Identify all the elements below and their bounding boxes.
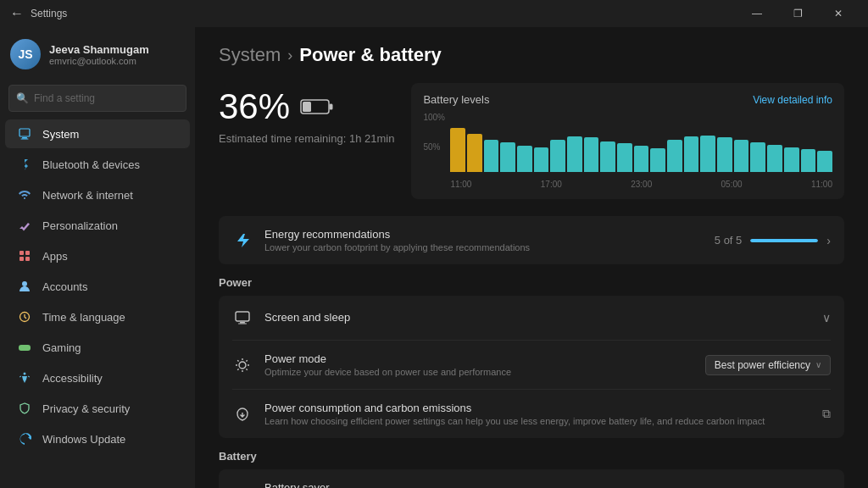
chart-bar-item — [650, 148, 665, 172]
sidebar-item-system[interactable]: System — [5, 119, 190, 148]
accounts-icon — [17, 279, 32, 294]
privacy-icon — [17, 401, 32, 416]
energy-rec-title: Energy recommendations — [264, 228, 703, 241]
sidebar-label-network: Network & internet — [42, 189, 133, 202]
screen-sleep-icon — [232, 308, 253, 328]
chart-area: 100% 50% 11:00 17:00 23:00 05:00 11:00 — [423, 113, 832, 189]
energy-recommendations-card: Energy recommendations Lower your carbon… — [219, 216, 844, 264]
bluetooth-icon — [17, 157, 32, 172]
power-mode-title: Power mode — [264, 352, 693, 365]
svg-rect-19 — [303, 102, 311, 112]
external-link-icon: ⧉ — [822, 407, 831, 421]
chart-bar-item — [784, 147, 799, 172]
system-icon — [17, 126, 32, 141]
carbon-icon — [232, 404, 253, 424]
carbon-right: ⧉ — [822, 407, 831, 421]
sidebar-item-network[interactable]: Network & internet — [5, 180, 190, 209]
network-icon — [17, 187, 32, 202]
search-input[interactable] — [34, 92, 179, 104]
sidebar-item-accessibility[interactable]: Accessibility — [5, 363, 190, 392]
back-button[interactable]: ← — [10, 7, 24, 20]
screen-sleep-chevron: ∨ — [822, 311, 831, 324]
energy-rec-chevron: › — [826, 234, 831, 247]
chart-bar-item — [667, 140, 682, 173]
power-cards: Screen and sleep ∨ Power mode Optimize — [219, 296, 844, 438]
restore-button[interactable]: ❐ — [778, 0, 817, 27]
sidebar-item-time[interactable]: Time & language — [5, 302, 190, 331]
user-section[interactable]: JS Jeeva Shanmugam emvric@outlook.com — [0, 27, 195, 81]
chart-bar-item — [801, 149, 816, 172]
sidebar-item-accounts[interactable]: Accounts — [5, 272, 190, 301]
sidebar-label-gaming: Gaming — [42, 341, 81, 354]
breadcrumb: System › Power & battery — [219, 44, 844, 66]
power-mode-row[interactable]: Power mode Optimize your device based on… — [219, 341, 844, 389]
chart-bars — [450, 113, 832, 172]
personalization-icon — [17, 218, 32, 233]
svg-rect-0 — [19, 129, 30, 136]
accessibility-icon — [17, 370, 32, 385]
screen-sleep-row[interactable]: Screen and sleep ∨ — [219, 296, 844, 340]
sidebar-label-bluetooth: Bluetooth & devices — [42, 158, 140, 171]
chart-bar-item — [467, 134, 482, 173]
battery-saver-row[interactable]: Battery saver Extend battery life by lim… — [219, 469, 844, 488]
battery-saver-text: Battery saver Extend battery life by lim… — [264, 481, 721, 488]
window-controls: — ❐ ✕ — [737, 0, 858, 27]
battery-chart: Battery levels View detailed info 100% 5… — [411, 83, 844, 199]
svg-rect-18 — [330, 104, 333, 110]
svg-rect-5 — [19, 257, 24, 261]
sidebar-item-bluetooth[interactable]: Bluetooth & devices — [5, 150, 190, 179]
sidebar-item-update[interactable]: Windows Update — [5, 424, 190, 453]
carbon-desc: Learn how choosing efficient power setti… — [264, 416, 810, 426]
avatar: JS — [10, 39, 41, 69]
chart-bar-item — [617, 143, 632, 172]
energy-rec-right: 5 of 5 › — [715, 234, 831, 247]
battery-status: 36% Estimated time remaining: 1h 21min — [219, 83, 394, 199]
search-box[interactable]: 🔍 — [8, 85, 186, 112]
battery-svg — [300, 97, 334, 116]
power-mode-text: Power mode Optimize your device based on… — [264, 352, 693, 377]
chart-bar-item — [534, 147, 549, 172]
battery-percent-row: 36% — [219, 86, 394, 127]
sidebar-label-personalization: Personalization — [42, 219, 118, 232]
top-section: 36% Estimated time remaining: 1h 21min — [219, 83, 844, 199]
svg-point-12 — [26, 347, 28, 348]
svg-line-16 — [28, 376, 30, 377]
sidebar-label-accounts: Accounts — [42, 280, 87, 293]
chart-bar-item — [700, 136, 715, 172]
minimize-button[interactable]: — — [737, 0, 776, 27]
chart-y-labels: 100% 50% — [423, 113, 448, 172]
chart-detail-link[interactable]: View detailed info — [753, 94, 832, 106]
chart-bar-item — [684, 136, 699, 172]
battery-icon — [300, 97, 334, 116]
chart-bar-item — [600, 141, 615, 172]
svg-rect-22 — [238, 324, 247, 324]
energy-rec-row[interactable]: Energy recommendations Lower your carbon… — [219, 216, 844, 264]
energy-rec-text: Energy recommendations Lower your carbon… — [264, 228, 703, 252]
svg-point-14 — [24, 373, 26, 375]
chart-bar-item — [717, 137, 732, 172]
chart-bar-item — [567, 136, 582, 172]
svg-rect-21 — [240, 322, 245, 324]
time-remaining: Estimated time remaining: 1h 21min — [219, 132, 394, 145]
sidebar-item-personalization[interactable]: Personalization — [5, 211, 190, 240]
close-button[interactable]: ✕ — [819, 0, 858, 27]
breadcrumb-parent[interactable]: System — [219, 44, 281, 66]
power-mode-dropdown[interactable]: Best power efficiency ∨ — [705, 355, 831, 375]
battery-saver-icon — [232, 484, 253, 489]
user-name: Jeeva Shanmugam — [49, 43, 149, 56]
carbon-row[interactable]: Power consumption and carbon emissions L… — [219, 390, 844, 438]
carbon-title: Power consumption and carbon emissions — [264, 402, 810, 414]
sidebar-item-apps[interactable]: Apps — [5, 241, 190, 270]
user-email: emvric@outlook.com — [49, 56, 149, 66]
sidebar-label-privacy: Privacy & security — [42, 402, 130, 415]
sidebar-item-privacy[interactable]: Privacy & security — [5, 394, 190, 423]
energy-rec-progress — [750, 239, 818, 242]
power-mode-icon — [232, 355, 253, 375]
svg-rect-2 — [21, 139, 29, 140]
sidebar-item-gaming[interactable]: Gaming — [5, 333, 190, 362]
screen-sleep-right: ∨ — [822, 311, 831, 324]
sidebar-label-accessibility: Accessibility — [42, 372, 103, 385]
chart-bar-item — [817, 151, 832, 172]
chart-bar-item — [500, 142, 515, 172]
svg-rect-20 — [236, 312, 249, 321]
